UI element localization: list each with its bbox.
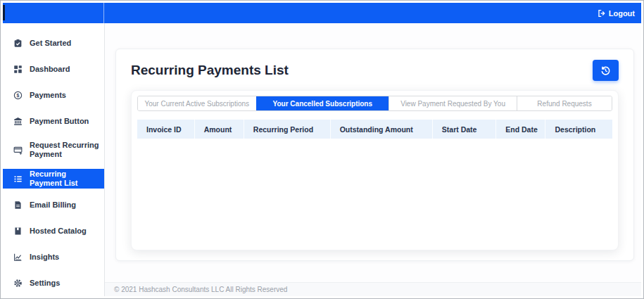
- sidebar: Get Started Dashboard $ Payments Payment…: [3, 23, 105, 296]
- sidebar-item-label: Payments: [30, 91, 70, 100]
- sidebar-item-label: Payment Button: [30, 117, 93, 126]
- logout-label: Logout: [609, 9, 635, 18]
- history-button[interactable]: [593, 60, 619, 81]
- column-header-invoice-id: Invoice ID: [137, 120, 195, 139]
- logout-button[interactable]: Logout: [598, 9, 641, 18]
- main-content: Recurring Payments List: [105, 23, 641, 296]
- column-header-end-date: End Date: [496, 120, 545, 139]
- sidebar-item-label: Insights: [30, 253, 63, 262]
- sidebar-item-payments[interactable]: $ Payments: [3, 82, 104, 108]
- list-icon: [13, 174, 23, 184]
- table-header-row: Invoice ID Amount Recurring Period Outst…: [137, 120, 612, 139]
- sidebar-item-settings[interactable]: Settings: [3, 270, 104, 296]
- invoice-icon: [13, 201, 23, 210]
- tab-cancelled-subscriptions[interactable]: Your Cancelled Subscriptions: [256, 96, 389, 110]
- bank-icon: [13, 117, 23, 127]
- sidebar-item-label: Request Recurring Payment: [30, 141, 104, 158]
- column-header-recurring-period: Recurring Period: [244, 120, 331, 139]
- logout-icon: [598, 9, 606, 18]
- sidebar-item-label: Recurring Payment List: [30, 170, 104, 187]
- dollar-circle-icon: $: [13, 91, 23, 101]
- card-plus-icon: [13, 145, 23, 155]
- app-window: Logout Get Started Dashboard $: [0, 0, 644, 299]
- sidebar-item-email-billing[interactable]: Email Billing: [3, 192, 104, 218]
- clipboard-check-icon: [13, 39, 23, 49]
- column-header-start-date: Start Date: [433, 120, 496, 139]
- history-icon: [600, 65, 611, 76]
- sidebar-item-payment-button[interactable]: Payment Button: [3, 108, 104, 134]
- tab-current-active-subscriptions[interactable]: Your Current Active Subscriptions: [138, 96, 256, 110]
- top-bar: Logout: [3, 3, 641, 23]
- book-icon: [13, 227, 23, 236]
- sidebar-item-label: Dashboard: [30, 65, 74, 74]
- gear-icon: [13, 279, 23, 288]
- svg-text:$: $: [16, 93, 19, 98]
- sidebar-item-label: Hosted Catalog: [30, 227, 91, 236]
- logo-icon: [3, 5, 5, 20]
- column-header-outstanding-amount: Outstanding Amount: [331, 120, 433, 139]
- sidebar-item-get-started[interactable]: Get Started: [3, 30, 104, 56]
- subscriptions-panel: Your Current Active Subscriptions Your C…: [131, 90, 619, 250]
- copyright-text: © 2021 Hashcash Consultants LLC All Righ…: [114, 286, 287, 293]
- grid-icon: [13, 65, 23, 75]
- sidebar-item-request-recurring-payment[interactable]: Request Recurring Payment: [3, 134, 104, 165]
- sidebar-item-dashboard[interactable]: Dashboard: [3, 56, 104, 82]
- recurring-payments-card: Recurring Payments List: [115, 49, 634, 261]
- sidebar-item-insights[interactable]: Insights: [3, 244, 104, 270]
- topbar-divider: [103, 3, 104, 23]
- column-header-description: Description: [545, 120, 612, 139]
- sidebar-item-label: Settings: [30, 279, 64, 288]
- tab-refund-requests[interactable]: Refund Requests: [517, 96, 612, 110]
- chart-icon: [13, 253, 23, 262]
- footer: © 2021 Hashcash Consultants LLC All Righ…: [105, 282, 641, 296]
- sidebar-item-label: Email Billing: [30, 201, 80, 210]
- sidebar-item-label: Get Started: [30, 39, 75, 48]
- page-title: Recurring Payments List: [131, 60, 289, 78]
- column-header-amount: Amount: [195, 120, 244, 139]
- tab-view-payment-requested[interactable]: View Payment Requested By You: [389, 96, 517, 110]
- table-body-empty: [137, 139, 612, 250]
- sidebar-item-hosted-catalog[interactable]: Hosted Catalog: [3, 218, 104, 244]
- sidebar-item-recurring-payment-list[interactable]: Recurring Payment List: [3, 169, 104, 189]
- subscription-tabs: Your Current Active Subscriptions Your C…: [137, 96, 612, 111]
